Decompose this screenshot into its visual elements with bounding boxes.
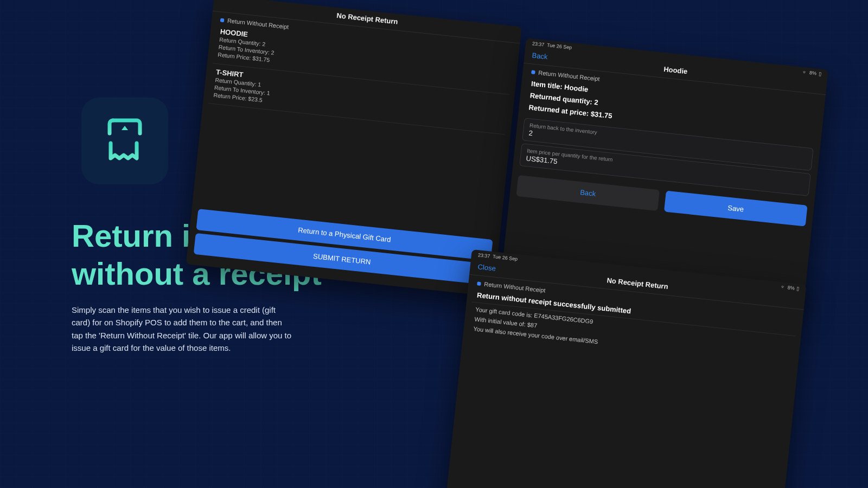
battery-label: 8%: [809, 70, 817, 76]
wifi-icon: ᯤ: [802, 69, 808, 75]
wifi-icon: ᯤ: [780, 284, 786, 290]
close-link[interactable]: Close: [477, 262, 496, 272]
screenshot-success: 23:37 Tue 26 Sep ᯤ 8% ▯ Close No Receipt…: [444, 249, 807, 488]
back-link[interactable]: Back: [532, 51, 548, 61]
battery-icon: ▯: [796, 286, 800, 291]
page-title: No Receipt Return: [336, 11, 398, 25]
page-title: No Receipt Return: [607, 276, 668, 291]
back-button[interactable]: Back: [516, 175, 660, 211]
breadcrumb-dot-icon: [531, 70, 535, 74]
breadcrumb-dot-icon: [477, 281, 481, 286]
marketing-subtext: Simply scan the items that you wish to i…: [72, 304, 294, 354]
battery-label: 8%: [787, 285, 795, 291]
breadcrumb-dot-icon: [220, 18, 225, 22]
page-title: Hoodie: [663, 65, 688, 75]
battery-icon: ▯: [819, 71, 822, 76]
receipt-logo-icon: [98, 114, 152, 168]
app-icon: [81, 98, 168, 184]
save-button[interactable]: Save: [664, 191, 808, 227]
